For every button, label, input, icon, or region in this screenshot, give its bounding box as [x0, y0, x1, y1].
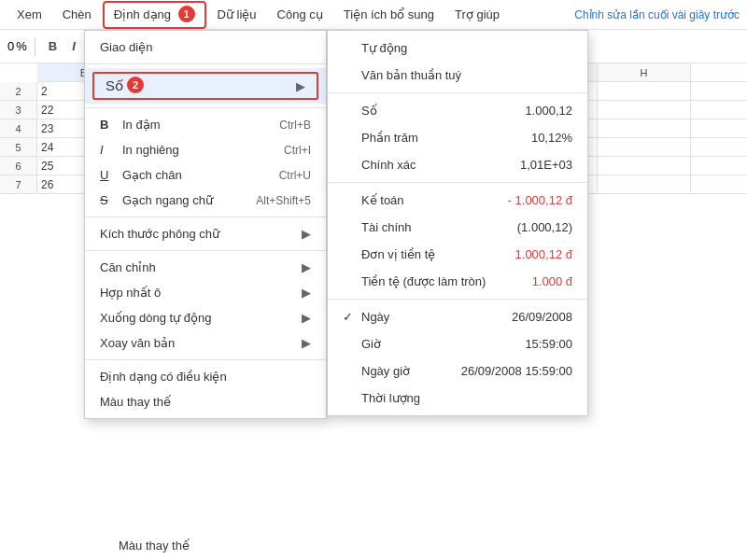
xoay-arrow: ▶: [302, 336, 311, 350]
menu-item-du-lieu[interactable]: Dữ liệu: [208, 4, 266, 25]
xuong-dong-arrow: ▶: [302, 311, 311, 325]
percent-label: 0: [7, 39, 14, 53]
chinh-xac-label: Chính xác: [361, 158, 416, 172]
sec-ke-toan[interactable]: Kế toán - 1.000,12 đ: [328, 187, 587, 214]
hop-nhat-arrow: ▶: [302, 286, 311, 300]
kich-thuoc-arrow: ▶: [302, 227, 311, 241]
row-num: 2: [0, 82, 37, 100]
col-header-h: H: [598, 63, 691, 81]
menu-xuong-dong[interactable]: Xuống dòng tự động ▶: [85, 305, 326, 330]
menu-item-chen[interactable]: Chèn: [53, 4, 101, 25]
italic-button[interactable]: I: [66, 37, 81, 55]
sec-so-value: 1.000,12: [506, 104, 572, 118]
sec-gio[interactable]: Giờ 15:59:00: [328, 330, 587, 357]
chinh-xac-value: 1,01E+03: [501, 158, 572, 172]
ngay-gio-value: 26/09/2008 15:59:00: [443, 364, 572, 378]
ngay-value: 26/09/2008: [493, 310, 572, 324]
sec-thoi-luong[interactable]: Thời lượng: [328, 385, 587, 412]
menu-giao-dien[interactable]: Giao diện: [85, 35, 326, 60]
row-num: 3: [0, 101, 37, 119]
cell[interactable]: [598, 157, 691, 175]
menu-gach-chan[interactable]: U Gạch chân Ctrl+U: [85, 162, 326, 188]
menu-xoay[interactable]: Xoay văn bản ▶: [85, 330, 326, 356]
in-nghieng-label: In nghiêng: [122, 143, 179, 157]
tien-te-tron-label: Tiền tệ (được làm tròn): [361, 274, 486, 288]
cell[interactable]: [598, 119, 691, 137]
sec-sep-3: [328, 299, 587, 300]
menu-kich-thuoc[interactable]: Kích thước phông chữ ▶: [85, 221, 326, 246]
sec-van-ban[interactable]: Văn bản thuần tuý: [328, 62, 587, 89]
don-vi-label: Đơn vị tiền tệ: [361, 247, 435, 261]
menu-sep-4: [85, 250, 326, 251]
menu-can-chinh[interactable]: Căn chỉnh ▶: [85, 255, 326, 280]
menu-gach-ngang[interactable]: S Gạch ngang chữ Alt+Shift+5: [85, 188, 326, 213]
gach-chan-shortcut: Ctrl+U: [261, 169, 311, 182]
last-edit-link[interactable]: Chỉnh sửa lần cuối vài giây trước: [574, 8, 740, 21]
sec-chinh-xac[interactable]: Chính xác 1,01E+03: [328, 151, 587, 178]
phan-tram-label: Phần trăm: [361, 131, 418, 145]
row-num: 4: [0, 119, 37, 137]
sec-tu-dong[interactable]: Tự động: [328, 35, 587, 62]
check-icon: ✓: [343, 310, 361, 324]
sec-don-vi[interactable]: Đơn vị tiền tệ 1.000,12 đ: [328, 241, 587, 268]
secondary-menu: Tự động Văn bản thuần tuý Số 1.000,12 Ph…: [327, 30, 588, 416]
menu-in-nghieng[interactable]: I In nghiêng Ctrl+I: [85, 137, 326, 162]
bold-button[interactable]: B: [43, 37, 63, 55]
row-num: 6: [0, 157, 37, 175]
sec-tai-chinh[interactable]: Tài chính (1.000,12): [328, 214, 587, 241]
menu-mau-thay-the[interactable]: Màu thay thế: [85, 389, 326, 414]
sec-tien-te-tron[interactable]: Tiền tệ (được làm tròn) 1.000 đ: [328, 268, 587, 295]
in-nghieng-shortcut: Ctrl+I: [265, 144, 311, 157]
sec-phan-tram[interactable]: Phần trăm 10,12%: [328, 124, 587, 151]
gach-ngang-label: Gạch ngang chữ: [122, 193, 213, 207]
menu-item-tien-ich[interactable]: Tiện ích bổ sung: [334, 4, 444, 25]
gio-label: Giờ: [361, 337, 381, 351]
dropdown-container: Giao diện Số 2 ▶ B In đậm Ctrl+B I In ng…: [84, 30, 327, 419]
primary-menu: Giao diện Số 2 ▶ B In đậm Ctrl+B I In ng…: [84, 30, 327, 419]
kich-thuoc-label: Kích thước phông chữ: [100, 227, 219, 241]
cell[interactable]: [598, 101, 691, 119]
menu-dinh-dang-co[interactable]: Định dạng có điều kiện: [85, 364, 326, 389]
tu-dong-label: Tự động: [361, 41, 407, 55]
sec-ngay-gio[interactable]: Ngày giờ 26/09/2008 15:59:00: [328, 357, 587, 385]
menu-sep-1: [85, 63, 326, 64]
can-chinh-label: Căn chỉnh: [100, 260, 156, 274]
ke-toan-label: Kế toán: [361, 193, 404, 207]
percent-box: 0 %: [7, 39, 27, 53]
menu-sep-3: [85, 217, 326, 217]
menu-so[interactable]: Số 2 ▶: [85, 68, 326, 104]
menu-hop-nhat[interactable]: Hợp nhất ô ▶: [85, 280, 326, 305]
van-ban-label: Văn bản thuần tuý: [361, 68, 461, 82]
can-chinh-arrow: ▶: [302, 260, 311, 274]
xoay-label: Xoay văn bản: [100, 336, 175, 350]
menu-item-xem[interactable]: Xem: [7, 4, 51, 25]
sec-sep-1: [328, 92, 587, 93]
badge-1: 1: [178, 6, 195, 22]
menu-item-dinh-dang[interactable]: Định dạng 1: [103, 1, 206, 29]
cell[interactable]: [598, 175, 691, 193]
cell[interactable]: [598, 82, 691, 100]
sec-ngay[interactable]: ✓ Ngày 26/09/2008: [328, 303, 587, 330]
hop-nhat-label: Hợp nhất ô: [100, 286, 161, 300]
bottom-text: Màu thay thế: [119, 539, 190, 553]
giao-dien-label: Giao diện: [100, 40, 152, 54]
gach-chan-label: Gạch chân: [122, 168, 182, 182]
in-dam-label: In đậm: [122, 118, 161, 132]
in-dam-shortcut: Ctrl+B: [261, 119, 311, 132]
so-label: Số: [106, 77, 123, 94]
menu-item-cong-cu[interactable]: Công cụ: [268, 4, 332, 25]
strikethrough-icon: S: [100, 193, 117, 207]
gio-value: 15:59:00: [506, 337, 572, 351]
tai-chinh-label: Tài chính: [361, 220, 411, 234]
menu-in-dam[interactable]: B In đậm Ctrl+B: [85, 112, 326, 137]
percent-sign: %: [16, 39, 27, 53]
badge-2: 2: [127, 77, 144, 93]
menu-item-tro-giup[interactable]: Trợ giúp: [445, 4, 509, 25]
dinh-dang-co-label: Định dạng có điều kiện: [100, 370, 227, 384]
phan-tram-value: 10,12%: [513, 131, 572, 145]
cell[interactable]: [598, 138, 691, 156]
menu-sep-2: [85, 107, 326, 108]
sec-so[interactable]: Số 1.000,12: [328, 97, 587, 124]
tai-chinh-value: (1.000,12): [499, 220, 572, 234]
thoi-luong-label: Thời lượng: [361, 391, 420, 405]
